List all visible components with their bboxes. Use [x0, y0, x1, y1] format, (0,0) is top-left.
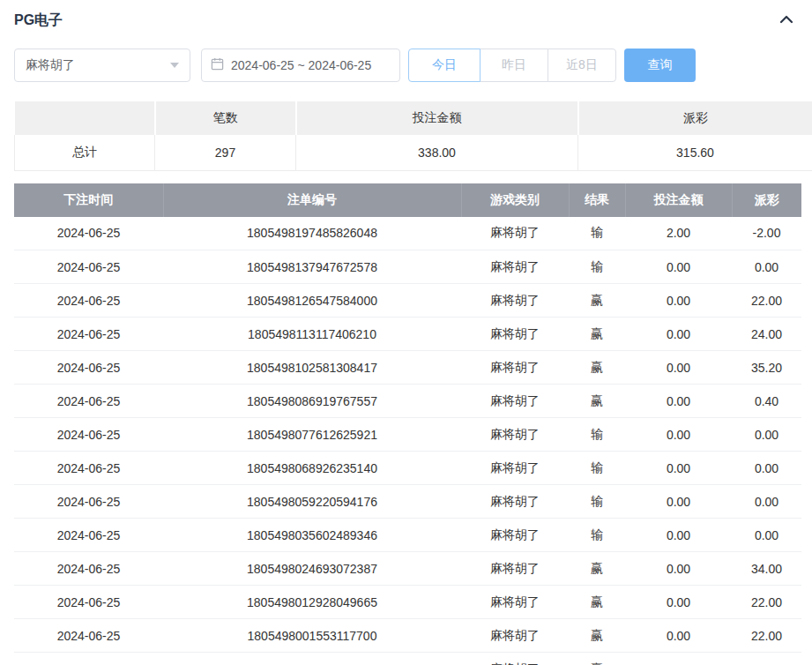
cell-bet-time: 2024-06-25 [14, 619, 163, 653]
cell-result: 赢 [569, 653, 625, 665]
cell-game-type: 麻将胡了 [461, 418, 569, 452]
cell-payout: 34.00 [732, 552, 801, 586]
cell-game-type: 麻将胡了 [461, 552, 569, 586]
summary-total-label: 总计 [15, 135, 155, 170]
cell-payout: 0.00 [732, 452, 801, 485]
cell-game-type: 麻将胡了 [461, 217, 569, 250]
cell-payout: 0.00 [732, 250, 801, 284]
summary-bet-amount-value: 338.00 [296, 135, 578, 170]
table-row: 2024-06-25 1805498113117406210 麻将胡了 赢 0.… [14, 318, 801, 351]
cell-payout: 22.00 [732, 653, 801, 665]
cell-result: 赢 [569, 586, 625, 619]
cell-game-type: 麻将胡了 [461, 385, 569, 418]
cell-bet-id: 1805498126547584000 [163, 284, 461, 318]
date-range-value: 2024-06-25 ~ 2024-06-25 [231, 58, 371, 72]
cell-bet-id: 1805498059220594176 [163, 485, 461, 519]
cell-bet-amount: 0.00 [625, 351, 732, 385]
page-title: PG电子 [14, 11, 63, 30]
cell-bet-time: 2024-06-25 [14, 452, 163, 485]
cell-payout: 0.00 [732, 519, 801, 552]
cell-bet-amount: 2.00 [625, 217, 732, 250]
cell-game-type: 麻将胡了 [461, 519, 569, 552]
cell-bet-id: 1805498068926235140 [163, 452, 461, 485]
yesterday-button[interactable]: 昨日 [480, 49, 548, 82]
cell-game-type: 麻将胡了 [461, 653, 569, 665]
cell-bet-id: 1805498102581308417 [163, 351, 461, 385]
summary-payout-value: 315.60 [578, 135, 812, 170]
bet-table-body: 2024-06-25 1805498197485826048 麻将胡了 输 2.… [14, 217, 801, 665]
cell-result: 赢 [569, 385, 625, 418]
table-row: 2024-06-25 1805498197485826048 麻将胡了 输 2.… [14, 217, 801, 250]
cell-result: 输 [569, 217, 625, 250]
cell-result: 输 [569, 485, 625, 519]
table-row: 2024-06-25 1805498012928049665 麻将胡了 赢 0.… [14, 586, 801, 619]
cell-bet-id: 1805498113117406210 [163, 318, 461, 351]
table-row: 2024-06-25 1805498086919767557 麻将胡了 赢 0.… [14, 385, 801, 418]
today-button[interactable]: 今日 [408, 49, 480, 82]
cell-payout: -2.00 [732, 217, 801, 250]
game-select-value: 麻将胡了 [26, 57, 75, 73]
cell-bet-amount: 0.00 [625, 418, 732, 452]
panel-header: PG电子 [0, 0, 812, 29]
cell-bet-time: 2024-06-25 [14, 250, 163, 284]
cell-game-type: 麻将胡了 [461, 452, 569, 485]
cell-bet-time: 2024-06-25 [14, 217, 163, 250]
cell-bet-time: 2024-06-25 [14, 385, 163, 418]
column-result: 结果 [569, 183, 625, 217]
quick-range-group: 今日 昨日 近8日 [408, 49, 616, 82]
cell-payout: 0.00 [732, 485, 801, 519]
cell-bet-amount: 0.00 [625, 385, 732, 418]
cell-game-type: 麻将胡了 [461, 250, 569, 284]
cell-result: 赢 [569, 552, 625, 586]
column-bet-id: 注单编号 [163, 183, 461, 217]
cell-bet-id: 1805498077612625921 [163, 418, 461, 452]
filter-row: 麻将胡了 2024-06-25 ~ 2024-06-25 今日 昨日 近8日 查… [14, 49, 798, 82]
cell-result: 输 [569, 452, 625, 485]
collapse-button[interactable] [778, 13, 794, 29]
column-payout: 派彩 [732, 183, 801, 217]
cell-payout: 22.00 [732, 284, 801, 318]
date-range-input[interactable]: 2024-06-25 ~ 2024-06-25 [201, 49, 400, 82]
cell-bet-time: 2024-06-25 [14, 586, 163, 619]
cell-bet-amount: 0.00 [625, 519, 732, 552]
cell-bet-amount: 0.00 [625, 452, 732, 485]
column-bet-amount: 投注金额 [625, 183, 732, 217]
chevron-up-icon [778, 13, 794, 29]
cell-game-type: 麻将胡了 [461, 351, 569, 385]
table-row: 2024-06-25 1805498001553117700 麻将胡了 赢 0.… [14, 619, 801, 653]
cell-bet-amount: 0.00 [625, 250, 732, 284]
cell-bet-amount: 0.00 [625, 318, 732, 351]
cell-result: 赢 [569, 351, 625, 385]
cell-bet-id: 1805498197485826048 [163, 217, 461, 250]
game-select[interactable]: 麻将胡了 [14, 49, 190, 82]
search-button[interactable]: 查询 [624, 49, 696, 82]
summary-header-empty [15, 101, 155, 135]
cell-bet-amount: 0.00 [625, 653, 732, 665]
table-row: 2024-06-25 1805498137947672578 麻将胡了 输 0.… [14, 250, 801, 284]
summary-count-value: 297 [155, 135, 296, 170]
cell-result: 赢 [569, 284, 625, 318]
cell-payout: 35.20 [732, 351, 801, 385]
summary-total-row: 总计 297 338.00 315.60 [15, 135, 812, 170]
chevron-down-icon [170, 63, 179, 68]
table-row: 2024-06-25 1805498059220594176 麻将胡了 输 0.… [14, 485, 801, 519]
table-row: 2024-06-25 1805498077612625921 麻将胡了 输 0.… [14, 418, 801, 452]
cell-bet-time: 2024-06-25 [14, 653, 163, 665]
cell-bet-time: 2024-06-25 [14, 318, 163, 351]
cell-result: 输 [569, 250, 625, 284]
cell-result: 输 [569, 418, 625, 452]
bet-table-header-row: 下注时间 注单编号 游戏类别 结果 投注金额 派彩 [14, 183, 801, 217]
cell-bet-id: 1805498086919767557 [163, 385, 461, 418]
last-8-days-button[interactable]: 近8日 [548, 49, 616, 82]
cell-bet-id: 1805498012928049665 [163, 586, 461, 619]
cell-game-type: 麻将胡了 [461, 284, 569, 318]
cell-payout: 0.40 [732, 385, 801, 418]
table-row: 2024-06-25 1805498126547584000 麻将胡了 赢 0.… [14, 284, 801, 318]
cell-bet-time: 2024-06-25 [14, 351, 163, 385]
table-row: 2024-06-25 1805498068926235140 麻将胡了 输 0.… [14, 452, 801, 485]
table-row: 2024-06-25 1805498102581308417 麻将胡了 赢 0.… [14, 351, 801, 385]
cell-payout: 24.00 [732, 318, 801, 351]
summary-header-bet-amount: 投注金额 [296, 101, 578, 135]
cell-result: 赢 [569, 318, 625, 351]
cell-bet-amount: 0.00 [625, 552, 732, 586]
